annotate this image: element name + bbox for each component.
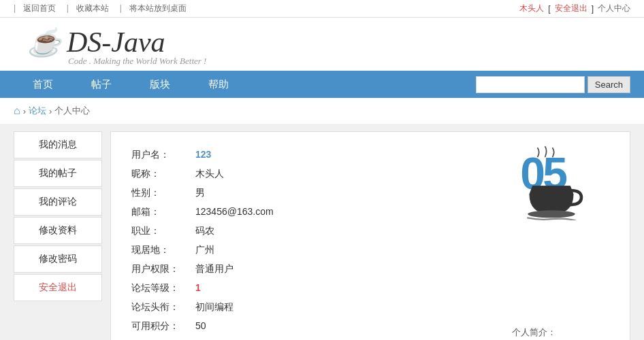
profile-username-row: 用户名： 123 [131,146,291,165]
desktop-link[interactable]: 将本站放到桌面 [129,3,187,13]
nav-help[interactable]: 帮助 [189,71,248,98]
bookmark-link[interactable]: 收藏本站 [76,3,109,13]
content-area: 我的消息 我的帖子 我的评论 修改资料 修改密码 安全退出 用户名： 123 昵… [0,124,644,340]
email-value: 123456@163.com [195,203,291,222]
level-label: 论坛等级： [131,279,195,298]
profile-job-row: 职业： 码农 [131,222,291,241]
profile-location-row: 现居地： 广州 [131,241,291,260]
sidebar-item-posts[interactable]: 我的帖子 [14,160,102,187]
profile-level-row: 论坛等级： 1 [131,279,291,298]
safety-exit-link[interactable]: 安全退出 [555,3,587,14]
breadcrumb-arrow: › [49,106,52,116]
logo-subtitle: Code . Making the World Work Better ! [68,56,206,67]
logo-text: DS-Java [67,26,165,58]
top-bar: | 返回首页 | 收藏本站 | 将本站放到桌面 木头人 [ 安全退出 ] 个人中… [0,0,644,18]
points-value: 50 [195,317,291,336]
nav-sections[interactable]: 版块 [131,71,189,98]
posts-label: 我的帖子数： [131,336,195,340]
profile-role-row: 用户权限： 普通用户 [131,260,291,279]
sidebar-item-logout[interactable]: 安全退出 [14,274,102,301]
svg-point-1 [528,210,575,218]
role-value: 普通用户 [195,260,291,279]
logo-icon: ☕ [27,27,61,58]
main-nav: 首页 帖子 版块 帮助 Search [0,71,644,98]
level-value: 1 [195,279,291,298]
username-label: 用户名： [131,146,195,165]
profile-gender-row: 性别： 男 [131,184,291,203]
sidebar-item-messages[interactable]: 我的消息 [14,131,102,158]
breadcrumb-forum[interactable]: 论坛 [29,105,46,117]
nickname-value: 木头人 [195,165,291,184]
bio-section: 个人简介： 生活不容易，且行且珍惜 [512,326,609,340]
location-value: 广州 [195,241,291,260]
java-logo: 05 [514,146,589,220]
title-label: 论坛头衔： [131,298,195,317]
personal-center-link[interactable]: 个人中心 [598,3,630,14]
profile-stats-row: 我的帖子数： 2 我的评论数： 6 [131,336,291,340]
home-icon[interactable]: ⌂ [14,105,20,117]
search-button[interactable]: Search [587,76,630,93]
profile-points-row: 可用积分： 50 [131,317,291,336]
gender-value: 男 [195,184,291,203]
breadcrumb-separator: › [23,106,26,116]
top-bar-right: 木头人 [ 安全退出 ] 个人中心 [519,3,630,14]
home-link[interactable]: 返回首页 [23,3,56,13]
top-bar-left: | 返回首页 | 收藏本站 | 将本站放到桌面 [14,3,192,14]
username-link[interactable]: 木头人 [519,3,544,14]
posts-stats: 2 我的评论数： 6 [195,336,291,340]
breadcrumb: ⌂ › 论坛 › 个人中心 [0,98,644,124]
email-label: 邮箱： [131,203,195,222]
sidebar: 我的消息 我的帖子 我的评论 修改资料 修改密码 安全退出 [14,131,102,340]
role-label: 用户权限： [131,260,195,279]
job-value: 码农 [195,222,291,241]
nav-home[interactable]: 首页 [14,71,72,98]
divider: | [14,3,16,13]
logo-area: ☕ DS-Java Code . Making the World Work B… [0,18,644,71]
job-label: 职业： [131,222,195,241]
sidebar-item-edit-profile[interactable]: 修改资料 [14,217,102,244]
sidebar-item-change-password[interactable]: 修改密码 [14,245,102,273]
profile-nickname-row: 昵称： 木头人 [131,165,291,184]
nav-search: Search [476,76,630,93]
location-label: 现居地： [131,241,195,260]
sidebar-item-comments[interactable]: 我的评论 [14,188,102,216]
title-value: 初间编程 [195,298,291,317]
breadcrumb-current: 个人中心 [54,105,90,117]
logo-title: ☕ DS-Java [27,26,165,58]
nickname-label: 昵称： [131,165,195,184]
profile-title-row: 论坛头衔： 初间编程 [131,298,291,317]
gender-label: 性别： [131,184,195,203]
nav-posts[interactable]: 帖子 [72,71,131,98]
search-input[interactable] [476,76,585,93]
points-label: 可用积分： [131,317,195,336]
profile-email-row: 邮箱： 123456@163.com [131,203,291,222]
bio-title: 个人简介： [512,326,609,339]
username-value: 123 [195,146,291,165]
profile-main: 用户名： 123 昵称： 木头人 性别： 男 邮箱： 123456@163.co… [110,131,630,340]
avatar-section: 05 [514,146,589,222]
